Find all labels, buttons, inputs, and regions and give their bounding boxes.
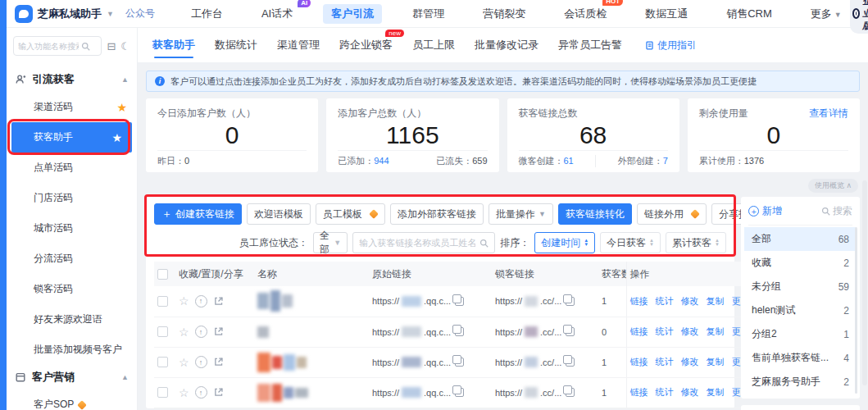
- action-stats[interactable]: 统计: [656, 295, 674, 308]
- pin-top-icon[interactable]: ↑: [195, 295, 207, 308]
- row-checkbox[interactable]: [157, 296, 168, 307]
- group-item-group2[interactable]: 分组21: [748, 322, 852, 346]
- group-search-button[interactable]: 搜索: [821, 204, 852, 218]
- nav-group-management[interactable]: 群管理: [404, 4, 452, 24]
- sort-create-time[interactable]: 创建时间▲▼: [534, 232, 595, 253]
- chevron-down-icon[interactable]: ▼: [107, 10, 114, 18]
- official-account-link[interactable]: 公众号: [125, 7, 155, 20]
- link-search-box[interactable]: [352, 232, 495, 253]
- nav-sales-crm[interactable]: 销售CRM: [718, 4, 780, 24]
- sidebar-item-store-qr[interactable]: 门店活码: [7, 183, 137, 213]
- row-checkbox[interactable]: [157, 387, 168, 398]
- copy-icon[interactable]: [455, 297, 464, 306]
- action-copy[interactable]: 复制: [707, 356, 725, 368]
- tab-channel-management[interactable]: 渠道管理: [277, 28, 320, 62]
- action-edit[interactable]: 修改: [681, 356, 699, 368]
- group-item-all[interactable]: 全部68: [744, 227, 857, 251]
- group-item-sesame-service[interactable]: 芝麻服务号助手2: [748, 370, 852, 394]
- sidebar-item-split-qr[interactable]: 分流活码: [7, 244, 137, 274]
- app-logo-group[interactable]: 芝麻私域助手 ▼ 公众号: [15, 5, 155, 23]
- pin-top-icon[interactable]: ↑: [195, 326, 207, 338]
- group-item-favorites[interactable]: 收藏2: [748, 251, 852, 275]
- edition-badge[interactable]: 企业版 v3: [850, 0, 868, 34]
- action-edit[interactable]: 修改: [681, 295, 699, 308]
- add-external-link-button[interactable]: 添加外部获客链接: [390, 203, 484, 225]
- action-copy[interactable]: 复制: [707, 386, 725, 399]
- nav-workbench[interactable]: 工作台: [183, 4, 231, 24]
- link-conversion-button[interactable]: 获客链接转化: [558, 203, 632, 225]
- tab-cross-company-lock[interactable]: 跨企业锁客new: [339, 28, 393, 62]
- tab-staff-limit[interactable]: 员工上限: [412, 28, 455, 62]
- share-icon[interactable]: [213, 326, 224, 337]
- share-icon[interactable]: [213, 357, 224, 367]
- add-group-button[interactable]: ＋新增: [748, 204, 782, 218]
- share-icon[interactable]: [213, 387, 224, 398]
- nav-more[interactable]: 更多▼: [802, 4, 850, 24]
- action-link[interactable]: 链接: [630, 326, 648, 338]
- row-checkbox[interactable]: [157, 357, 168, 367]
- sidebar-search-box[interactable]: [13, 36, 102, 56]
- select-all-checkbox[interactable]: [157, 269, 168, 280]
- action-stats[interactable]: 统计: [656, 356, 674, 368]
- copy-icon[interactable]: [566, 327, 575, 336]
- usage-guide-link[interactable]: 使用指引: [645, 39, 697, 52]
- sidebar-item-acquisition-assistant[interactable]: 获客助手★: [11, 122, 132, 153]
- sidebar-item-city-qr[interactable]: 城市活码: [7, 213, 137, 244]
- external-use-button[interactable]: 链接外用: [637, 203, 707, 225]
- sidebar-section-acquisition[interactable]: 引流获客 ▲: [7, 67, 137, 92]
- sidebar-item-customer-sop[interactable]: 客户SOP: [7, 390, 137, 410]
- tab-data-statistics[interactable]: 数据统计: [215, 28, 257, 62]
- sidebar-item-batch-video-customers[interactable]: 批量添加视频号客户: [7, 335, 137, 365]
- action-stats[interactable]: 统计: [656, 386, 674, 399]
- favorite-star-icon[interactable]: ☆: [179, 356, 189, 369]
- view-details-link[interactable]: 查看详情: [809, 107, 848, 121]
- copy-icon[interactable]: [566, 388, 575, 397]
- pin-top-icon[interactable]: ↑: [195, 356, 207, 368]
- nav-customer-acquisition[interactable]: 客户引流: [323, 4, 382, 24]
- sidebar-item-order-qr[interactable]: 点单活码: [7, 153, 137, 183]
- group-list-scrollbar[interactable]: [855, 227, 857, 394]
- sidebar-section-marketing[interactable]: 客户营销 ▲: [7, 365, 137, 390]
- seat-status-select[interactable]: 全部▼: [313, 232, 348, 253]
- group-item-ungrouped[interactable]: 未分组59: [748, 275, 852, 298]
- chevron-up-icon[interactable]: ▲: [121, 373, 129, 381]
- sidebar-item-lock-qr[interactable]: 锁客活码: [7, 274, 137, 304]
- sort-today-acquired[interactable]: 今日获客▲▼: [600, 232, 661, 253]
- favorite-star-icon[interactable]: ☆: [179, 294, 189, 308]
- staff-template-button[interactable]: 员工模板: [316, 203, 385, 225]
- group-item-presale-links[interactable]: 售前单独获客链...4: [748, 346, 852, 370]
- action-link[interactable]: 链接: [630, 295, 648, 308]
- pin-top-icon[interactable]: ↑: [195, 386, 207, 399]
- copy-icon[interactable]: [455, 388, 464, 397]
- share-icon[interactable]: [213, 296, 224, 307]
- nav-marketing-fission[interactable]: 营销裂变: [475, 4, 534, 24]
- page-scrollbar[interactable]: [862, 180, 867, 385]
- copy-icon[interactable]: [566, 297, 575, 306]
- tab-acquisition-assistant[interactable]: 获客助手: [152, 28, 195, 62]
- action-edit[interactable]: 修改: [681, 386, 699, 399]
- nav-ai-script[interactable]: AI话术AI: [253, 4, 301, 24]
- action-stats[interactable]: 统计: [656, 326, 674, 338]
- favorite-star-icon[interactable]: ★: [111, 131, 122, 144]
- favorite-star-icon[interactable]: ☆: [179, 386, 189, 399]
- nav-chat-inspection[interactable]: 会话质检HOT: [556, 4, 615, 24]
- panel-collapse-icon[interactable]: ⊟: [107, 41, 116, 52]
- sidebar-item-channel-qr[interactable]: 渠道活码★: [7, 92, 137, 122]
- favorite-star-icon[interactable]: ☆: [179, 326, 189, 339]
- link-search-input[interactable]: [359, 238, 475, 248]
- tab-abnormal-staff-alert[interactable]: 异常员工告警: [558, 28, 622, 62]
- sort-total-acquired[interactable]: 累计获客▲▼: [666, 232, 726, 253]
- group-item-helen-test[interactable]: helen测试2: [748, 298, 852, 322]
- copy-icon[interactable]: [455, 327, 464, 336]
- action-copy[interactable]: 复制: [707, 326, 725, 338]
- welcome-template-button[interactable]: 欢迎语模板: [247, 203, 311, 225]
- create-link-button[interactable]: ＋创建获客链接: [154, 203, 242, 225]
- action-link[interactable]: 链接: [630, 386, 648, 399]
- action-edit[interactable]: 修改: [681, 326, 699, 338]
- batch-actions-button[interactable]: 批量操作▼: [489, 203, 553, 225]
- sidebar-item-friend-source-welcome[interactable]: 好友来源欢迎语: [7, 304, 137, 335]
- nav-data-exchange[interactable]: 数据互通: [637, 4, 696, 24]
- usage-collapse-pill[interactable]: 使用概览 ∧: [808, 179, 858, 193]
- copy-icon[interactable]: [566, 358, 575, 367]
- sidebar-search-input[interactable]: [18, 42, 79, 51]
